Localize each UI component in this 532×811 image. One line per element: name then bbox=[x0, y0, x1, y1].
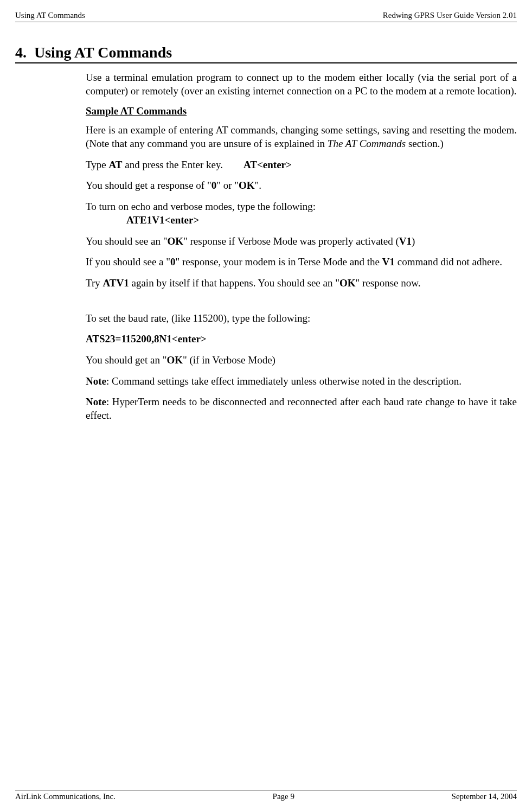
header-left: Using AT Commands bbox=[15, 11, 85, 20]
text: You should get an " bbox=[86, 354, 166, 366]
bold-text: OK bbox=[239, 180, 255, 191]
text: " response, your modem is in Terse Mode … bbox=[176, 256, 382, 267]
content-area: Use a terminal emulation program to conn… bbox=[86, 71, 517, 423]
section-number: 4. bbox=[15, 44, 27, 61]
paragraph-4: To turn on echo and verbose modes, type … bbox=[86, 200, 517, 214]
paragraph-2: Type AT and press the Enter key. AT<ente… bbox=[86, 158, 517, 172]
sample-commands-heading: Sample AT Commands bbox=[86, 105, 517, 117]
text: Here is an example of entering AT comman… bbox=[86, 124, 517, 149]
paragraph-11: Note: Command settings take effect immed… bbox=[86, 375, 517, 388]
text: " response if Verbose Mode was properly … bbox=[183, 235, 399, 247]
text: " (if in Verbose Mode) bbox=[183, 354, 275, 366]
text: Try bbox=[86, 277, 103, 289]
text: " response now. bbox=[356, 277, 421, 289]
text: and press the Enter key. bbox=[122, 159, 223, 170]
text: Type bbox=[86, 159, 108, 170]
note-label: Note bbox=[86, 396, 106, 407]
paragraph-4-cmd: ATE1V1<enter> bbox=[126, 214, 517, 227]
text: You should get a response of " bbox=[86, 180, 211, 191]
page-footer: AirLink Communications, Inc. Page 9 Sept… bbox=[15, 790, 517, 801]
italic-text: The AT Commands bbox=[328, 138, 406, 149]
paragraph-1: Here is an example of entering AT comman… bbox=[86, 124, 517, 150]
page-header: Using AT Commands Redwing GPRS User Guid… bbox=[15, 11, 517, 22]
text: " or " bbox=[216, 180, 239, 191]
bold-text: 0 bbox=[170, 256, 176, 267]
section-heading: 4. Using AT Commands bbox=[15, 44, 517, 63]
note-label: Note bbox=[86, 375, 106, 387]
paragraph-5: You should see an "OK" response if Verbo… bbox=[86, 235, 517, 248]
text: You should see an " bbox=[86, 235, 167, 247]
paragraph-12: Note: HyperTerm needs to be disconnected… bbox=[86, 395, 517, 422]
text: section.) bbox=[406, 138, 444, 149]
text: If you should see a " bbox=[86, 256, 170, 267]
paragraph-10: You should get an "OK" (if in Verbose Mo… bbox=[86, 354, 517, 367]
section-title: Using AT Commands bbox=[34, 44, 172, 61]
bold-text: 0 bbox=[211, 180, 217, 191]
footer-right: September 14, 2004 bbox=[452, 792, 517, 801]
bold-command: ATE1V1<enter> bbox=[126, 214, 199, 226]
intro-paragraph: Use a terminal emulation program to conn… bbox=[86, 71, 517, 98]
text: ) bbox=[412, 235, 415, 247]
bold-command: ATS23=115200,8N1<enter> bbox=[86, 333, 207, 344]
bold-command: AT<enter> bbox=[243, 159, 292, 170]
text: : Command settings take effect immediate… bbox=[106, 375, 462, 387]
header-right: Redwing GPRS User Guide Version 2.01 bbox=[383, 11, 517, 20]
text: again by itself if that happens. You sho… bbox=[129, 277, 339, 289]
bold-text: ATV1 bbox=[103, 277, 129, 289]
text: : HyperTerm needs to be disconnected and… bbox=[86, 396, 517, 421]
text: ". bbox=[255, 180, 262, 191]
paragraph-9: ATS23=115200,8N1<enter> bbox=[86, 333, 517, 346]
footer-center: Page 9 bbox=[273, 792, 294, 801]
paragraph-6: If you should see a "0" response, your m… bbox=[86, 256, 517, 269]
paragraph-7: Try ATV1 again by itself if that happens… bbox=[86, 277, 517, 290]
bold-text: OK bbox=[166, 354, 183, 366]
bold-text: V1 bbox=[399, 235, 412, 247]
text: command did not adhere. bbox=[395, 256, 502, 267]
paragraph-3: You should get a response of "0" or "OK"… bbox=[86, 179, 517, 193]
footer-left: AirLink Communications, Inc. bbox=[15, 792, 116, 801]
bold-text: V1 bbox=[382, 256, 395, 267]
bold-text: OK bbox=[167, 235, 183, 247]
paragraph-8: To set the baud rate, (like 115200), typ… bbox=[86, 312, 517, 325]
bold-text: AT bbox=[108, 159, 122, 170]
bold-text: OK bbox=[339, 277, 356, 289]
